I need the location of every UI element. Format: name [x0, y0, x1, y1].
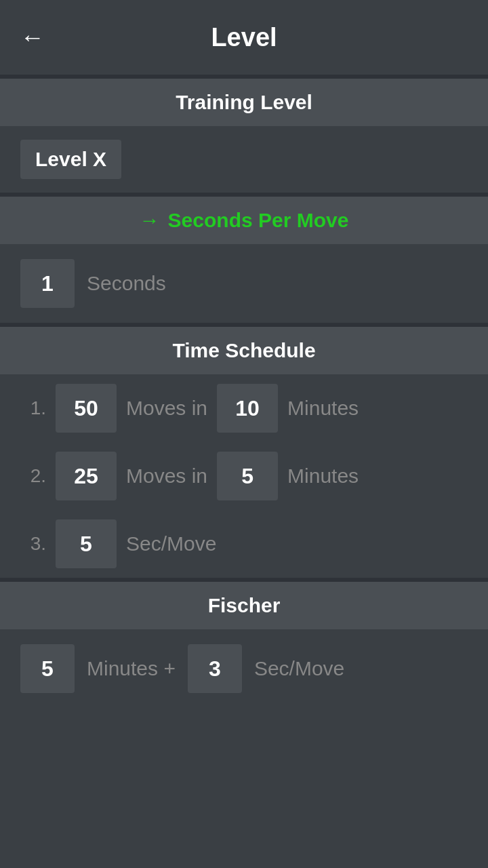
spm-header[interactable]: → Seconds Per Move [0, 197, 488, 244]
header: ← Level [0, 0, 488, 75]
row-2-num: 2. [20, 465, 46, 487]
time-schedule-header: Time Schedule [0, 327, 488, 374]
training-level-content: Level X [0, 126, 488, 193]
fischer-sec-value[interactable]: 3 [188, 644, 242, 693]
row-2-time-label: Minutes [287, 465, 359, 488]
row-3-num: 3. [20, 533, 46, 555]
row-1-time-label: Minutes [287, 397, 359, 420]
seconds-row: 1 Seconds [0, 244, 488, 323]
fischer-row: 5 Minutes + 3 Sec/Move [0, 629, 488, 708]
level-badge[interactable]: Level X [20, 140, 121, 179]
back-button[interactable]: ← [20, 25, 45, 50]
fischer-label: Fischer [208, 594, 281, 616]
schedule-row-1: 1. 50 Moves in 10 Minutes [0, 374, 488, 442]
time-schedule-rows: 1. 50 Moves in 10 Minutes 2. 25 Moves in… [0, 374, 488, 578]
training-level-label: Training Level [176, 91, 312, 113]
spm-title: Seconds Per Move [168, 209, 349, 232]
row-1-moves-label: Moves in [126, 397, 207, 420]
seconds-label: Seconds [87, 272, 166, 295]
seconds-value[interactable]: 1 [20, 259, 75, 308]
row-1-time-value[interactable]: 10 [217, 384, 278, 433]
fischer-end-label: Sec/Move [254, 657, 344, 680]
page-title: Level [211, 23, 277, 52]
row-3-moves-label: Sec/Move [126, 532, 216, 555]
fischer-middle-label: Minutes + [87, 657, 176, 680]
row-2-moves-label: Moves in [126, 465, 207, 488]
row-2-time-value[interactable]: 5 [217, 452, 278, 500]
schedule-row-3: 3. 5 Sec/Move [0, 510, 488, 578]
row-1-num: 1. [20, 397, 46, 419]
training-level-header: Training Level [0, 79, 488, 126]
schedule-row-2: 2. 25 Moves in 5 Minutes [0, 442, 488, 510]
time-schedule-label: Time Schedule [172, 339, 315, 361]
row-2-moves-value[interactable]: 25 [56, 452, 117, 500]
fischer-header: Fischer [0, 582, 488, 629]
spm-arrow-icon: → [140, 209, 160, 232]
fischer-minutes-value[interactable]: 5 [20, 644, 75, 693]
row-1-moves-value[interactable]: 50 [56, 384, 117, 433]
row-3-moves-value[interactable]: 5 [56, 519, 117, 568]
